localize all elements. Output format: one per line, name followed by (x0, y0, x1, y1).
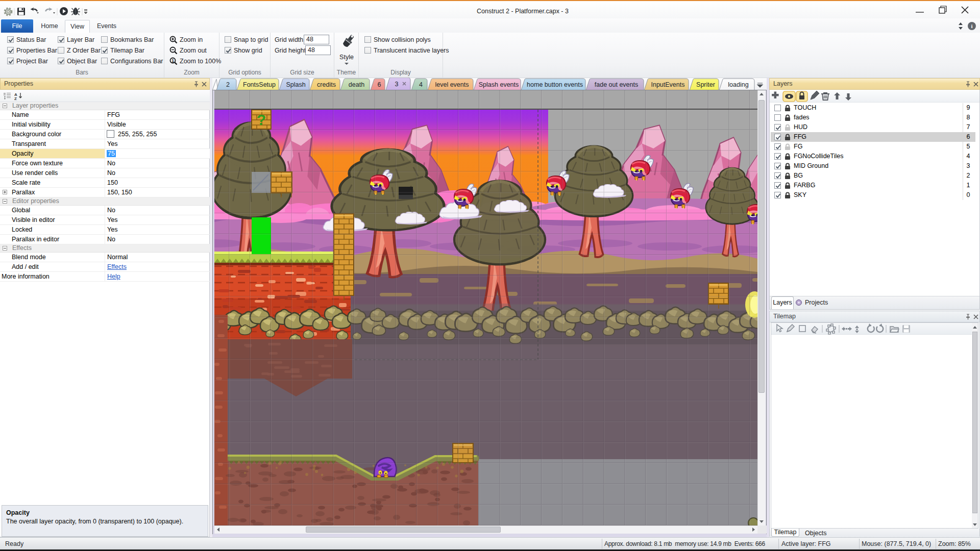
svg-text:home button events: home button events (527, 81, 583, 88)
svg-text:4: 4 (419, 81, 423, 88)
svg-text:loading: loading (728, 81, 748, 88)
svg-text:3: 3 (395, 81, 399, 88)
svg-text:i: i (971, 23, 972, 29)
svg-text:Z: Z (14, 96, 17, 100)
svg-text:level events: level events (435, 81, 469, 88)
svg-text:death: death (349, 81, 364, 88)
svg-text:Splash events: Splash events (479, 81, 519, 88)
svg-text:fade out events: fade out events (595, 81, 638, 88)
svg-text:Splash: Splash (286, 81, 305, 88)
svg-text:Spriter: Spriter (696, 81, 715, 88)
svg-text:?: ? (257, 111, 266, 128)
svg-text:6: 6 (378, 81, 381, 88)
svg-text:1: 1 (172, 58, 174, 63)
svg-text:2: 2 (226, 81, 230, 88)
svg-text:FontsSetup: FontsSetup (243, 81, 276, 88)
svg-text:credits: credits (317, 81, 336, 88)
svg-text:InputEvents: InputEvents (651, 81, 684, 88)
